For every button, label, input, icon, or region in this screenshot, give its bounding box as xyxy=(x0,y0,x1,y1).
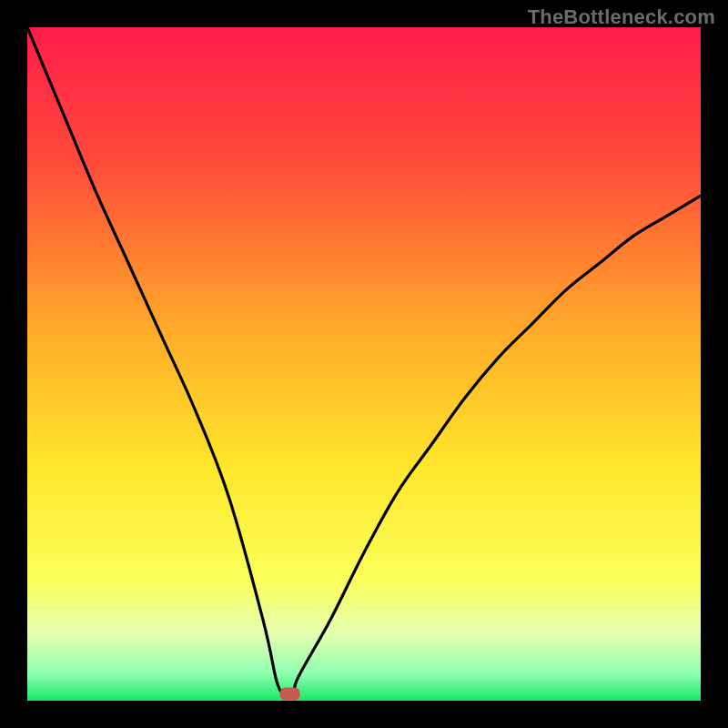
gradient-background xyxy=(27,27,701,701)
watermark-label: TheBottleneck.com xyxy=(528,5,715,29)
optimal-marker xyxy=(280,688,300,701)
plot-area xyxy=(27,27,701,701)
chart-frame: TheBottleneck.com xyxy=(0,0,728,728)
bottleneck-chart xyxy=(27,27,701,701)
